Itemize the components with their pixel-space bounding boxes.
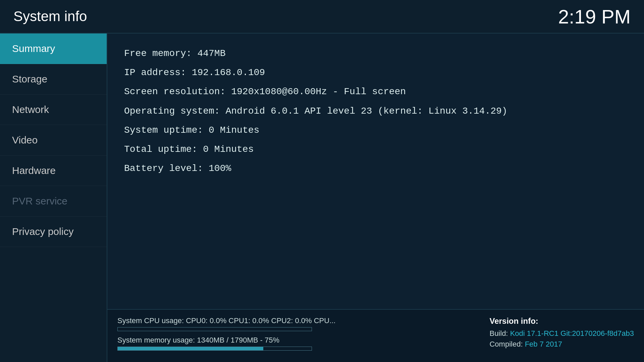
- memory-progress-fill: [118, 347, 263, 350]
- sidebar-item-network[interactable]: Network: [0, 95, 107, 125]
- footer-stats: System CPU usage: CPU0: 0.0% CPU1: 0.0% …: [117, 316, 469, 355]
- sidebar-item-summary[interactable]: Summary: [0, 34, 107, 64]
- clock: 2:19 PM: [558, 5, 631, 28]
- cpu-usage-label: System CPU usage: CPU0: 0.0% CPU1: 0.0% …: [117, 316, 469, 325]
- screen-resolution-line: Screen resolution: 644x362@60.00Hz - F…: [124, 85, 627, 98]
- cpu-progress-container: [117, 327, 312, 331]
- main-area: Summary Storage Network Video Hardware P…: [0, 34, 644, 362]
- memory-usage-label: System memory usage: 1340MB / 1790MB - 7…: [117, 336, 469, 345]
- sidebar-item-video[interactable]: Video: [0, 125, 107, 156]
- free-memory-line: Free memory: 447MB: [124, 47, 627, 60]
- ip-address-line: IP address: 192.168.0.109: [124, 66, 627, 79]
- footer: System CPU usage: CPU0: 0.0% CPU1: 0.0% …: [107, 309, 644, 362]
- system-uptime-line: System uptime: 0 Minutes: [124, 124, 627, 137]
- memory-progress-container: [117, 347, 312, 351]
- sidebar-item-privacy-policy[interactable]: Privacy policy: [0, 217, 107, 247]
- sidebar: Summary Storage Network Video Hardware P…: [0, 34, 107, 362]
- version-title: Version info:: [489, 316, 634, 326]
- app-title: System info: [13, 8, 87, 24]
- operating-system-line: Operating system: Android 6.0.1 API leve…: [124, 105, 627, 118]
- summary-content: Free memory: 447MB IP address: 192.168.0…: [107, 34, 644, 309]
- sidebar-item-hardware[interactable]: Hardware: [0, 156, 107, 186]
- total-uptime-line: Total uptime: 0 Minutes: [124, 143, 627, 156]
- version-info: Version info: Build: Kodi 17.1-RC1 Git:2…: [489, 316, 634, 351]
- sidebar-item-storage[interactable]: Storage: [0, 64, 107, 95]
- build-line: Build: Kodi 17.1-RC1 Git:20170206-f8d7ab…: [489, 329, 634, 338]
- battery-level-line: Battery level: 100%: [124, 162, 627, 175]
- compiled-line: Compiled: Feb 7 2017: [489, 340, 634, 349]
- sidebar-item-pvr-service: PVR service: [0, 186, 107, 217]
- content-area: Free memory: 447MB IP address: 192.168.0…: [107, 34, 644, 362]
- header: System info 2:19 PM: [0, 0, 644, 34]
